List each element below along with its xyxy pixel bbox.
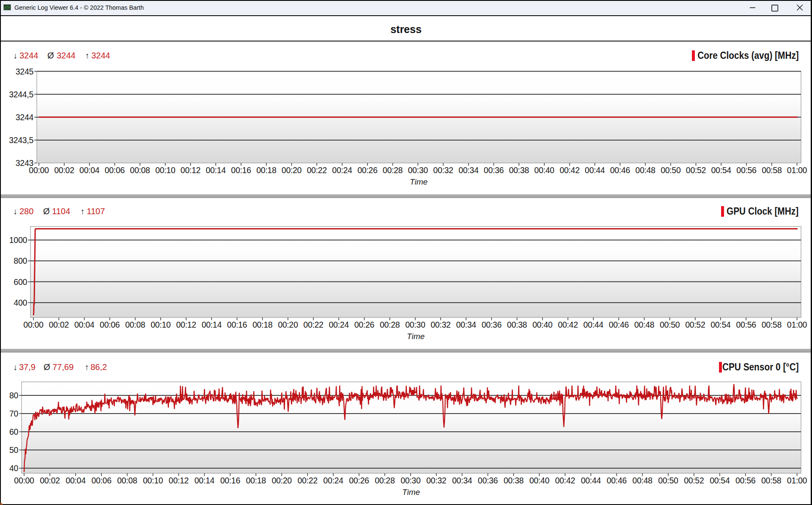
svg-text:00:06: 00:06: [91, 476, 111, 485]
svg-text:00:26: 00:26: [349, 476, 369, 485]
svg-text:00:02: 00:02: [40, 476, 60, 485]
svg-text:00:00: 00:00: [14, 476, 34, 485]
svg-text:00:56: 00:56: [735, 476, 755, 485]
svg-text:00:14: 00:14: [195, 476, 215, 485]
svg-text:00:40: 00:40: [529, 476, 550, 485]
svg-text:50: 50: [9, 445, 19, 455]
svg-text:00:12: 00:12: [169, 476, 189, 485]
svg-text:00:42: 00:42: [555, 476, 575, 485]
svg-text:00:46: 00:46: [606, 476, 626, 485]
svg-text:00:04: 00:04: [66, 476, 86, 485]
svg-text:40: 40: [9, 464, 19, 473]
svg-text:00:08: 00:08: [117, 476, 137, 485]
svg-text:00:48: 00:48: [632, 476, 652, 485]
svg-text:00:36: 00:36: [478, 476, 498, 485]
svg-text:00:22: 00:22: [297, 476, 317, 485]
svg-text:00:58: 00:58: [761, 476, 781, 485]
svg-text:00:38: 00:38: [504, 476, 524, 485]
svg-text:00:24: 00:24: [323, 476, 343, 485]
svg-text:00:52: 00:52: [684, 476, 704, 485]
svg-text:Time: Time: [402, 488, 420, 497]
svg-text:80: 80: [9, 391, 19, 400]
svg-text:00:54: 00:54: [710, 476, 730, 485]
svg-text:01:00: 01:00: [787, 476, 807, 485]
svg-text:00:30: 00:30: [401, 476, 421, 485]
svg-text:00:10: 00:10: [143, 476, 163, 485]
svg-text:00:18: 00:18: [246, 476, 266, 485]
svg-text:00:44: 00:44: [581, 476, 601, 485]
svg-text:00:34: 00:34: [452, 476, 472, 485]
svg-text:00:20: 00:20: [272, 476, 292, 485]
svg-text:60: 60: [9, 427, 19, 436]
svg-text:00:28: 00:28: [375, 476, 395, 485]
svg-text:00:32: 00:32: [426, 476, 446, 485]
svg-text:00:16: 00:16: [220, 476, 240, 485]
svg-text:00:50: 00:50: [658, 476, 678, 485]
svg-text:70: 70: [9, 409, 19, 418]
